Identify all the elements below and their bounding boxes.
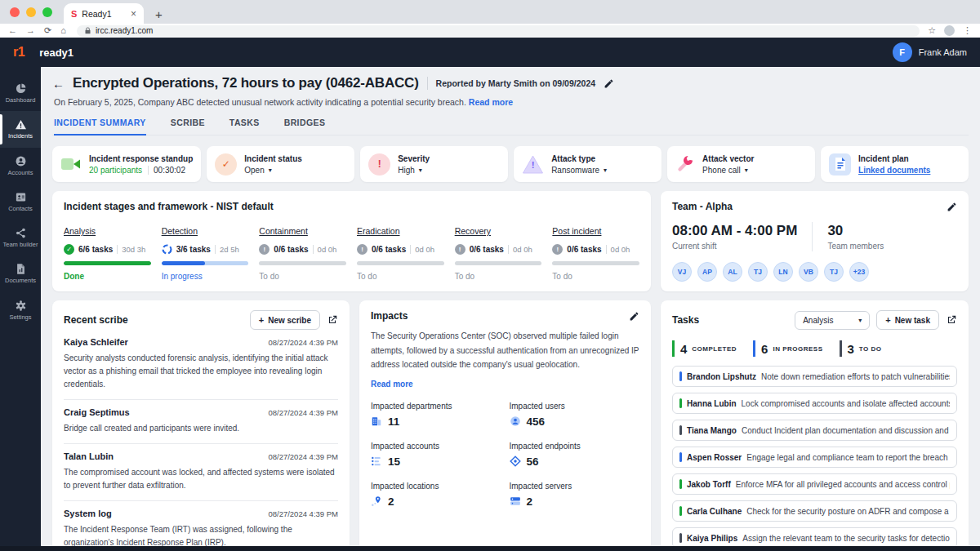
close-window-button[interactable] — [10, 7, 20, 17]
linked-documents-link[interactable]: Linked documents — [858, 166, 930, 175]
severity-dropdown[interactable]: High ▾ — [398, 166, 430, 175]
tab-incident-summary[interactable]: INCIDENT SUMMARY — [54, 118, 146, 136]
stage-containment: Containment ✓ ! 0/6 tasks 0d 0h To do — [259, 223, 346, 281]
lock-icon — [84, 27, 91, 34]
tab-title: Ready1 — [82, 9, 126, 19]
video-call-icon — [60, 156, 82, 172]
incident-description: On February 5, 2025, Company ABC detecte… — [54, 97, 466, 107]
participants-count: 20 participants — [89, 166, 142, 175]
incident-status-dropdown[interactable]: Open ▾ — [244, 166, 302, 175]
current-shift: 08:00 AM - 4:00 PM Current shift — [672, 223, 797, 251]
avatar[interactable]: VB — [799, 262, 818, 282]
tab-bridges[interactable]: BRIDGES — [284, 118, 326, 135]
open-tasks-external-icon[interactable] — [946, 314, 957, 326]
chevron-down-icon: ▾ — [745, 167, 748, 174]
stage-eradication: Eradication ✓ ! 0/6 tasks 0d 0h To do — [357, 223, 444, 281]
incident-tabs: INCIDENT SUMMARY SCRIBE TASKS BRIDGES — [52, 118, 969, 136]
sidebar-item-settings[interactable]: Settings — [0, 292, 41, 328]
contacts-card-icon — [15, 191, 27, 203]
task-row[interactable]: Jakob Torff Enforce MFA for all privileg… — [672, 473, 957, 495]
browser-profile-avatar[interactable] — [944, 25, 955, 36]
user-name: Frank Adam — [919, 47, 967, 57]
stage-link[interactable]: Eradication — [357, 226, 400, 236]
sidebar-item-incidents[interactable]: Incidents — [0, 111, 41, 147]
back-button[interactable]: ← — [52, 77, 65, 91]
sidebar-item-documents[interactable]: Documents — [0, 256, 41, 291]
user-menu[interactable]: F Frank Adam — [893, 42, 967, 62]
avatar-overflow[interactable]: +23 — [849, 262, 869, 282]
new-task-button[interactable]: + New task — [876, 310, 939, 330]
sidebar-item-accounts[interactable]: Accounts — [0, 148, 41, 184]
team-members-count: 30 Team members — [827, 223, 884, 251]
attack-type-dropdown[interactable]: Ransomware ▾ — [551, 166, 607, 175]
open-scribe-external-icon[interactable] — [327, 314, 338, 326]
impacts-read-more-link[interactable]: Read more — [371, 380, 413, 389]
tasks-card: Tasks Analysis ▾ + New task 4 COMPLETED — [661, 300, 969, 551]
standup-card[interactable]: Incident response standup 20 participant… — [52, 146, 201, 182]
description-read-more-link[interactable]: Read more — [469, 97, 513, 107]
scribe-entry: Talan Lubin08/27/2024 4:39 PM The compro… — [64, 444, 338, 501]
stage-link[interactable]: Containment — [259, 226, 308, 236]
chevron-down-icon: ▾ — [858, 317, 862, 324]
bookmark-star-icon[interactable]: ☆ — [928, 25, 936, 36]
stages-card: Incident stages and framework - NIST def… — [52, 191, 651, 291]
stage-progress-bar — [259, 261, 346, 265]
reload-button[interactable]: ⟳ — [44, 26, 51, 35]
task-row[interactable]: Brandon Lipshutz Note down remediation e… — [672, 366, 957, 387]
stat-completed: 4 COMPLETED — [672, 340, 737, 357]
browser-back-button[interactable]: ← — [8, 26, 17, 35]
new-tab-button[interactable]: + — [155, 7, 163, 21]
team-builder-share-icon — [15, 227, 27, 239]
tasks-stage-filter-select[interactable]: Analysis ▾ — [795, 311, 870, 330]
sidebar-item-dashboard[interactable]: Dashboard — [0, 75, 41, 111]
attack-vector-dropdown[interactable]: Phone call ▾ — [702, 166, 754, 175]
task-status-bar — [679, 533, 682, 543]
avatar[interactable]: TJ — [824, 262, 844, 282]
stage-link[interactable]: Analysis — [64, 226, 96, 236]
home-button[interactable]: ⌂ — [60, 26, 66, 35]
browser-tab[interactable]: S Ready1 × — [64, 3, 144, 24]
task-status-bar — [679, 506, 682, 516]
url-bar[interactable]: ircc.ready1.com — [77, 25, 920, 37]
browser-forward-button[interactable]: → — [26, 26, 35, 35]
task-row[interactable]: Tiana Mango Conduct Incident plan docume… — [672, 420, 957, 441]
ready1-favicon: S — [71, 9, 77, 19]
stages-title: Incident stages and framework - NIST def… — [64, 201, 639, 212]
zoom-window-button[interactable] — [42, 7, 52, 17]
tasks-title: Tasks — [672, 314, 788, 326]
avatar[interactable]: TJ — [748, 262, 768, 282]
task-row[interactable]: Hanna Lubin Lock compromised accounts an… — [672, 393, 957, 414]
minimize-window-button[interactable] — [26, 7, 36, 17]
stage-todo-icon: ! — [455, 244, 466, 255]
avatar[interactable]: AL — [723, 262, 742, 282]
task-row[interactable]: Aspen Rosser Engage legal and compliance… — [672, 447, 957, 468]
stage-link[interactable]: Recovery — [455, 226, 491, 236]
browser-toolbar: ← → ⟳ ⌂ ircc.ready1.com ☆ ⋮ — [0, 24, 980, 38]
avatar[interactable]: LN — [773, 262, 793, 282]
close-tab-icon[interactable]: × — [131, 8, 136, 20]
tab-tasks[interactable]: TASKS — [229, 118, 260, 135]
avatar[interactable]: AP — [697, 262, 717, 282]
edit-team-icon[interactable] — [947, 202, 957, 212]
new-scribe-button[interactable]: + New scribe — [250, 310, 320, 330]
stage-detection: Detection ✓ ! 3/6 tasks 2d 5h In progres… — [162, 223, 249, 281]
tab-scribe[interactable]: SCRIBE — [171, 118, 205, 135]
edit-impacts-icon[interactable] — [629, 311, 639, 322]
impact-metric-users: Impacted users 456 — [510, 402, 640, 428]
stage-link[interactable]: Detection — [162, 226, 198, 236]
stage-todo-icon: ! — [552, 244, 563, 255]
sidebar-item-contacts[interactable]: Contacts — [0, 184, 41, 220]
avatar[interactable]: VJ — [672, 262, 692, 282]
edit-incident-icon[interactable] — [604, 78, 614, 89]
stage-progress-bar — [357, 261, 444, 265]
app-name: ready1 — [39, 47, 74, 59]
stage-link[interactable]: Post incident — [552, 226, 601, 236]
dashboard-pie-icon — [15, 82, 27, 95]
users-person-icon — [510, 415, 521, 427]
status-check-icon: ✓ — [215, 153, 237, 176]
wrench-icon — [675, 154, 695, 174]
task-row[interactable]: Carla Culhane Check for the security pos… — [672, 500, 957, 522]
sidebar-item-team-builder[interactable]: Team builder — [0, 220, 41, 256]
scribe-entry: Craig Septimus08/27/2024 4:39 PM Bridge … — [64, 400, 338, 444]
browser-menu-icon[interactable]: ⋮ — [963, 25, 972, 36]
